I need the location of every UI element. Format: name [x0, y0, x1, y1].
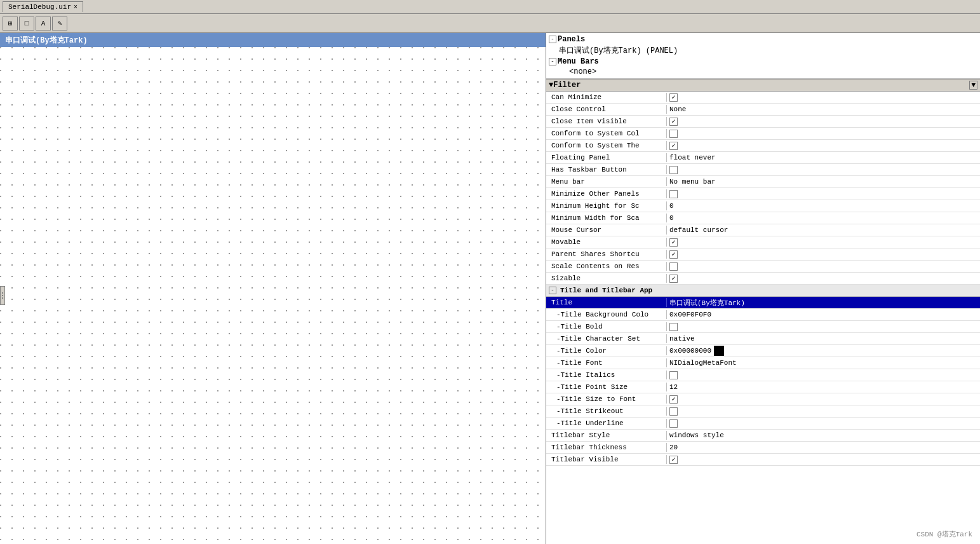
- prop-min-width: Minimum Width for Sca 0: [546, 212, 980, 224]
- prop-name-titlebar-thickness: Titlebar Thickness: [546, 443, 667, 452]
- prop-parent-shares: Parent Shares Shortcu: [546, 248, 980, 261]
- checkbox-conform-sys-col[interactable]: [669, 130, 678, 138]
- prop-title-bg-color: -Title Background Colo 0x00F0F0F0: [546, 309, 980, 321]
- panels-expand[interactable]: -: [549, 36, 556, 43]
- checkbox-close-item-visible[interactable]: [669, 118, 678, 126]
- prop-floating-panel: Floating Panel float never: [546, 152, 980, 164]
- prop-value-sizable[interactable]: [667, 274, 980, 283]
- checkbox-conform-sys-the[interactable]: [669, 142, 678, 150]
- prop-value-parent-shares[interactable]: [667, 250, 980, 259]
- prop-titlebar-visible: Titlebar Visible: [546, 454, 980, 466]
- file-tab[interactable]: SerialDebug.uir ×: [3, 1, 83, 12]
- prop-conform-sys-col: Conform to System Col: [546, 128, 980, 140]
- prop-name-menu-bar: Menu bar: [546, 177, 667, 186]
- prop-title-font: -Title Font NIDialogMetaFont: [546, 357, 980, 369]
- tree-panels-row[interactable]: - Panels: [546, 34, 980, 44]
- filter-label: ▼Filter: [549, 81, 581, 90]
- prop-name-min-height: Minimum Height for Sc: [546, 201, 667, 210]
- prop-conform-sys-the: Conform to System The: [546, 140, 980, 152]
- checkbox-sizable[interactable]: [669, 275, 678, 283]
- checkbox-title-strikeout[interactable]: [669, 407, 678, 416]
- prop-name-floating-panel: Floating Panel: [546, 153, 667, 162]
- prop-value-title-underline[interactable]: [667, 419, 980, 428]
- filter-dropdown[interactable]: ▼: [969, 81, 977, 90]
- prop-name-conform-sys-the: Conform to System The: [546, 141, 667, 150]
- prop-can-minimize: Can Minimize: [546, 92, 980, 104]
- checkbox-title-bold[interactable]: [669, 323, 678, 331]
- tab-close-button[interactable]: ×: [74, 4, 77, 11]
- prop-minimize-other: Minimize Other Panels: [546, 188, 980, 200]
- checkbox-title-italics[interactable]: [669, 371, 678, 379]
- prop-name-close-control: Close Control: [546, 105, 667, 114]
- prop-value-conform-sys-col[interactable]: [667, 129, 980, 139]
- checkbox-parent-shares[interactable]: [669, 250, 678, 259]
- tree-menubars-row[interactable]: - Menu Bars: [546, 57, 980, 67]
- section-expand-title[interactable]: -: [549, 287, 556, 294]
- prop-close-control: Close Control None: [546, 104, 980, 116]
- prop-value-title-bg-color: 0x00F0F0F0: [667, 310, 980, 319]
- prop-value-min-height: 0: [667, 201, 980, 210]
- prop-title-charset: -Title Character Set native: [546, 333, 980, 345]
- prop-value-scale-contents[interactable]: [667, 262, 980, 271]
- tree-panel-item[interactable]: 串口调试(By塔克Tark) (PANEL): [546, 44, 980, 57]
- toolbar-btn-1[interactable]: ⊞: [3, 17, 18, 31]
- prop-sizable: Sizable: [546, 273, 980, 285]
- tree-menubar-none[interactable]: <none>: [546, 67, 980, 77]
- checkbox-can-minimize[interactable]: [669, 93, 678, 102]
- prop-titlebar-thickness: Titlebar Thickness 20: [546, 442, 980, 454]
- prop-title-underline: -Title Underline: [546, 418, 980, 430]
- prop-value-menu-bar: No menu bar: [667, 177, 980, 186]
- prop-value-titlebar-thickness: 20: [667, 443, 980, 452]
- prop-value-title-italics[interactable]: [667, 371, 980, 380]
- prop-value-floating-panel: float never: [667, 153, 980, 162]
- prop-title-strikeout: -Title Strikeout: [546, 405, 980, 418]
- toolbar-btn-4[interactable]: ✎: [52, 17, 67, 31]
- toolbar-btn-3[interactable]: A: [36, 17, 51, 31]
- prop-value-title[interactable]: 串口调试(By塔克Tark): [667, 297, 980, 308]
- prop-min-height: Minimum Height for Sc 0: [546, 200, 980, 212]
- prop-value-title-point-size: 12: [667, 383, 980, 391]
- checkbox-movable[interactable]: [669, 238, 678, 247]
- prop-value-titlebar-style: windows style: [667, 431, 980, 440]
- properties-table[interactable]: Can Minimize Close Control None Close It…: [546, 92, 980, 544]
- watermark: CSDN @塔克Tark: [916, 529, 972, 539]
- prop-value-title-size-to-font[interactable]: [667, 395, 980, 404]
- canvas-content[interactable]: [0, 47, 546, 544]
- resize-handle-left[interactable]: [0, 286, 5, 305]
- right-panel: - Panels 串口调试(By塔克Tark) (PANEL) - Menu B…: [546, 33, 980, 544]
- tab-label: SerialDebug.uir: [8, 3, 71, 11]
- prop-name-title-italics: -Title Italics: [546, 371, 667, 379]
- prop-value-movable[interactable]: [667, 238, 980, 247]
- checkbox-scale-contents[interactable]: [669, 262, 678, 271]
- main-layout: 串口调试(By塔克Tark) - Panels 串口调试(By塔克Tark) (…: [0, 33, 980, 544]
- canvas-area: 串口调试(By塔克Tark): [0, 33, 546, 544]
- prop-name-parent-shares: Parent Shares Shortcu: [546, 250, 667, 259]
- prop-value-min-width: 0: [667, 214, 980, 222]
- prop-value-has-taskbar[interactable]: [667, 165, 980, 175]
- prop-has-taskbar: Has Taskbar Button: [546, 164, 980, 176]
- menubar-none-label: <none>: [569, 67, 596, 76]
- panels-label: Panels: [558, 35, 585, 44]
- checkbox-minimize-other[interactable]: [669, 190, 678, 198]
- prop-name-mouse-cursor: Mouse Cursor: [546, 226, 667, 235]
- checkbox-title-underline[interactable]: [669, 419, 678, 428]
- prop-name-minimize-other: Minimize Other Panels: [546, 189, 667, 198]
- prop-value-titlebar-visible[interactable]: [667, 455, 980, 465]
- prop-value-minimize-other[interactable]: [667, 189, 980, 199]
- prop-value-conform-sys-the[interactable]: [667, 141, 980, 151]
- prop-value-close-control: None: [667, 105, 980, 114]
- prop-value-can-minimize[interactable]: [667, 93, 980, 102]
- prop-name-title-point-size: -Title Point Size: [546, 383, 667, 391]
- prop-movable: Movable: [546, 236, 980, 248]
- prop-name-movable: Movable: [546, 238, 667, 247]
- prop-name-title-size-to-font: -Title Size to Font: [546, 395, 667, 404]
- prop-value-close-item-visible[interactable]: [667, 117, 980, 126]
- menubars-expand[interactable]: -: [549, 58, 556, 65]
- toolbar-btn-2[interactable]: □: [19, 17, 34, 31]
- prop-value-title-bold[interactable]: [667, 322, 980, 332]
- prop-close-item-visible: Close Item Visible: [546, 116, 980, 128]
- checkbox-titlebar-visible[interactable]: [669, 456, 678, 464]
- checkbox-has-taskbar[interactable]: [669, 166, 678, 174]
- prop-value-title-strikeout[interactable]: [667, 407, 980, 416]
- checkbox-title-size-to-font[interactable]: [669, 395, 678, 404]
